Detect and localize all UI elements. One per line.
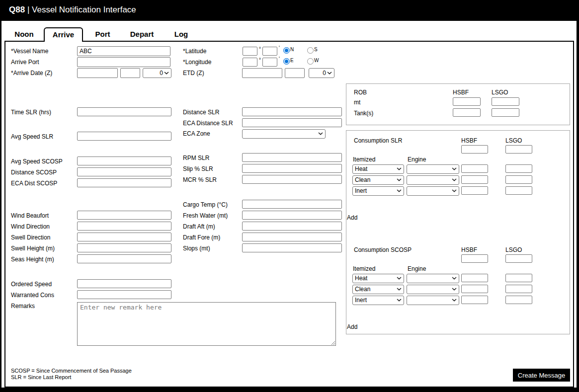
etd-utc-select[interactable]: 0	[309, 68, 334, 78]
scosp-row1-engine-select[interactable]	[407, 274, 459, 283]
seas-height-input[interactable]	[77, 254, 171, 263]
slr-row1-lsgo-input[interactable]	[505, 164, 532, 173]
slr-row1-hsbf-input[interactable]	[461, 164, 488, 173]
slr-row2-hsbf-input[interactable]	[461, 175, 488, 184]
eca-distance-slr-label: ECA Distance SLR	[183, 120, 233, 127]
slr-row2-itemized-select[interactable]: Clean	[352, 175, 404, 185]
slip-slr-input[interactable]	[242, 164, 342, 173]
avg-speed-slr-label: Avg Speed SLR	[11, 133, 53, 140]
longitude-west-radio[interactable]	[307, 58, 314, 65]
swell-direction-input[interactable]	[77, 233, 171, 241]
slr-row3-hsbf-input[interactable]	[461, 186, 488, 195]
scosp-row1-itemized-select[interactable]: Heat	[352, 274, 404, 283]
scosp-row1-hsbf-input[interactable]	[461, 274, 488, 282]
tab-noon[interactable]: Noon	[4, 27, 44, 41]
scosp-row3-engine-select[interactable]	[407, 296, 459, 305]
arrive-date-input[interactable]	[77, 68, 118, 78]
add-slr-row-link[interactable]: Add	[347, 214, 357, 221]
longitude-east-radio[interactable]	[283, 58, 290, 65]
scosp-row2-lsgo-input[interactable]	[505, 285, 532, 293]
slr-row3-itemized-select-wrap: Inert	[352, 186, 404, 195]
add-scosp-row-link[interactable]: Add	[347, 323, 357, 330]
avg-speed-scosp-label: Avg Speed SCOSP	[11, 158, 63, 165]
tab-port[interactable]: Port	[83, 27, 122, 41]
remarks-label: Remarks	[11, 303, 35, 310]
consumption-slr-total-hsbf-input[interactable]	[461, 145, 488, 154]
latitude-label: *Latitude	[183, 48, 206, 55]
cargo-temp-input[interactable]	[242, 200, 342, 209]
scosp-row3-hsbf-input[interactable]	[461, 296, 488, 304]
arrive-port-label: Arrive Port	[11, 59, 39, 66]
longitude-minutes-input[interactable]	[262, 58, 277, 67]
wind-beaufort-input[interactable]	[77, 211, 171, 220]
rob-mt-lsgo-input[interactable]	[492, 97, 519, 106]
rob-mt-hsbf-input[interactable]	[453, 97, 481, 106]
etd-time-input[interactable]	[285, 68, 305, 78]
vessel-name-input[interactable]	[77, 46, 170, 56]
avg-speed-slr-input[interactable]	[77, 132, 171, 141]
consumption-slr-title: Consumption SLR	[354, 137, 402, 144]
slr-row1-itemized-select[interactable]: Heat	[352, 164, 404, 174]
time-slr-input[interactable]	[77, 107, 171, 116]
tab-log[interactable]: Log	[162, 27, 201, 41]
slr-row2-lsgo-input[interactable]	[505, 175, 532, 184]
distance-slr-input[interactable]	[242, 107, 342, 116]
draft-aft-input[interactable]	[242, 222, 342, 231]
rpm-slr-input[interactable]	[242, 153, 342, 162]
latitude-minutes-input[interactable]	[262, 47, 277, 56]
longitude-degrees-input[interactable]	[243, 58, 257, 67]
fresh-water-input[interactable]	[242, 211, 342, 220]
distance-scosp-input[interactable]	[77, 167, 171, 176]
warranted-cons-input[interactable]	[77, 290, 171, 299]
arrive-utc-select[interactable]: 0	[143, 68, 171, 78]
consumption-slr-total-lsgo-input[interactable]	[505, 145, 532, 154]
create-message-button[interactable]: Create Message	[513, 369, 570, 382]
scosp-row2-engine-select-wrap	[407, 284, 459, 294]
etd-date-input[interactable]	[242, 68, 282, 78]
tab-depart[interactable]: Depart	[122, 27, 162, 41]
ordered-speed-input[interactable]	[77, 279, 171, 288]
scosp-row3-itemized-select[interactable]: Inert	[352, 296, 404, 305]
rob-tanks-lsgo-input[interactable]	[492, 108, 519, 117]
mcr-slr-input[interactable]	[242, 175, 342, 184]
arrive-time-input[interactable]	[120, 68, 140, 78]
longitude-label: *Longitude	[183, 59, 211, 66]
rob-tanks-hsbf-input[interactable]	[453, 108, 481, 117]
remarks-textarea[interactable]	[77, 302, 336, 346]
draft-fore-input[interactable]	[242, 233, 342, 241]
draft-aft-label: Draft Aft (m)	[183, 223, 215, 230]
wind-direction-input[interactable]	[77, 222, 171, 231]
scosp-row3-itemized-select-wrap: Inert	[352, 295, 404, 305]
eca-zone-select[interactable]	[242, 129, 326, 139]
eca-dist-scosp-input[interactable]	[77, 178, 171, 187]
swell-direction-label: Swell Direction	[11, 234, 50, 241]
consumption-scosp-total-lsgo-input[interactable]	[505, 254, 532, 263]
slr-row3-engine-select[interactable]	[407, 186, 459, 196]
latitude-degrees-input[interactable]	[243, 47, 257, 56]
latitude-north-radio[interactable]	[283, 47, 290, 54]
scosp-row2-engine-select[interactable]	[407, 285, 459, 294]
slr-row3-itemized-select[interactable]: Inert	[352, 186, 404, 196]
seas-height-label: Seas Height (m)	[11, 256, 54, 263]
swell-height-input[interactable]	[77, 243, 171, 252]
app-brand: Q88	[9, 5, 25, 14]
rob-tanks-label: Tank(s)	[354, 110, 373, 117]
scosp-row2-hsbf-input[interactable]	[461, 285, 488, 293]
slops-input[interactable]	[242, 243, 342, 252]
latitude-south-radio[interactable]	[307, 47, 314, 54]
slr-row1-engine-select[interactable]	[407, 164, 459, 174]
footnote-scosp: SCOSP = Since Commencement of Sea Passag…	[11, 368, 132, 374]
consumption-scosp-total-hsbf-input[interactable]	[461, 254, 488, 263]
avg-speed-scosp-input[interactable]	[77, 157, 171, 165]
scosp-row3-lsgo-input[interactable]	[505, 296, 532, 304]
footnote-slr: SLR = Since Last Report	[11, 374, 71, 380]
scosp-row1-lsgo-input[interactable]	[505, 274, 532, 282]
tab-arrive[interactable]: Arrive	[44, 27, 83, 42]
etd-label: ETD (Z)	[183, 70, 204, 77]
eca-distance-slr-input[interactable]	[242, 118, 342, 127]
arrive-port-input[interactable]	[77, 57, 170, 67]
slr-row2-engine-select[interactable]	[407, 175, 459, 185]
scosp-row2-itemized-select[interactable]: Clean	[352, 285, 404, 294]
slr-row3-lsgo-input[interactable]	[505, 186, 532, 195]
cargo-temp-label: Cargo Temp (°C)	[183, 201, 228, 208]
